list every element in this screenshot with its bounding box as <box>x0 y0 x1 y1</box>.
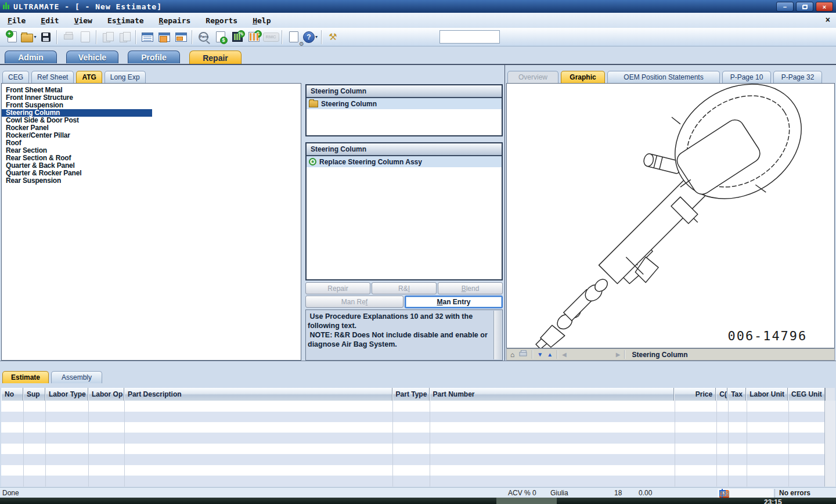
calculator-button[interactable]: % <box>229 30 246 45</box>
tab-graphic[interactable]: Graphic <box>561 71 605 83</box>
open-estimate-button[interactable]: ▾ <box>20 30 37 45</box>
toolbar-separator <box>96 30 97 44</box>
tab-p-page-10[interactable]: P-Page 10 <box>722 71 771 83</box>
save-button[interactable] <box>37 30 54 45</box>
ultramate-window: ULTRAMATE - [ - New Estimate] − × File E… <box>0 0 836 504</box>
menu-edit[interactable]: Edit <box>33 16 66 25</box>
estimate-tab-bar: Estimate Assembly <box>2 371 102 383</box>
estimate-table-scrollbar[interactable] <box>824 401 835 487</box>
tab-ref-sheet[interactable]: Ref Sheet <box>31 71 74 83</box>
tab-assembly[interactable]: Assembly <box>51 371 102 383</box>
tab-admin[interactable]: Admin <box>5 51 57 63</box>
estimate-table-body[interactable] <box>1 401 824 487</box>
new-estimate-button[interactable]: + <box>3 30 20 45</box>
parts-label: Parts <box>200 35 208 38</box>
repair-tools-button[interactable]: ⚙ <box>285 30 302 45</box>
toolbar-separator <box>56 30 57 44</box>
status-acv: ACV % 0 <box>508 489 536 497</box>
menu-file[interactable]: File <box>0 16 33 25</box>
print-preview-button <box>77 30 93 45</box>
tools-page-icon <box>289 31 298 42</box>
list-item[interactable]: Rocker/Center Pillar <box>2 132 301 139</box>
page-right-icon: ▶ <box>616 352 621 358</box>
menu-estimate[interactable]: Estimate <box>100 16 152 25</box>
bottom-panel-view-icon <box>175 33 187 42</box>
tab-ceg[interactable]: CEG <box>2 71 29 83</box>
new-document-icon: + <box>8 31 17 42</box>
menu-help[interactable]: Help <box>245 16 278 25</box>
repair-button: Repair <box>305 282 370 294</box>
replace-icon <box>309 158 316 165</box>
split-view-button[interactable] <box>156 30 172 45</box>
action-button-row-1: Repair R&I Blend <box>305 282 503 294</box>
man-entry-button[interactable]: Man Entry <box>405 296 503 308</box>
menu-repairs[interactable]: Repairs <box>152 16 199 25</box>
minimize-button[interactable]: − <box>776 2 794 12</box>
tab-vehicle[interactable]: Vehicle <box>66 51 118 63</box>
menu-reports[interactable]: Reports <box>198 16 245 25</box>
column-header-sup[interactable]: Sup <box>23 388 45 401</box>
printer-icon <box>64 34 73 41</box>
tab-estimate[interactable]: Estimate <box>2 371 49 383</box>
graphic-canvas[interactable]: 006-14796 <box>506 83 835 348</box>
steering-column-diagram[interactable]: 006-14796 <box>507 84 834 348</box>
column-header-part-description[interactable]: Part Description <box>124 388 392 401</box>
parts-search-button[interactable]: Parts <box>195 30 212 45</box>
group-item[interactable]: Steering Column <box>307 98 502 109</box>
toolbar-separator <box>192 30 193 44</box>
tab-repair[interactable]: Repair <box>189 51 242 64</box>
column-header-part-type[interactable]: Part Type <box>392 388 430 401</box>
list-item[interactable]: Rear Suspension <box>2 177 301 185</box>
procedure-note: Use Procedure Explanations 10 and 32 wit… <box>305 309 503 361</box>
toolbar-quick-input[interactable] <box>439 30 500 44</box>
column-header-labor-type[interactable]: Labor Type <box>45 388 88 401</box>
note-scrollbar[interactable] <box>493 311 502 359</box>
column-header-labor-op[interactable]: Labor Op <box>88 388 124 401</box>
preview-page-icon <box>81 31 90 42</box>
tab-oem-position-statements[interactable]: OEM Position Statements <box>607 71 720 83</box>
lines-view-button[interactable] <box>139 30 156 45</box>
tab-atg[interactable]: ATG <box>76 71 102 83</box>
tab-long-exp[interactable]: Long Exp <box>105 71 146 83</box>
configure-button[interactable]: ⚒ <box>325 30 341 45</box>
toolbar: + ▾ Parts $ % $ RMC ⚙ ?▾ ⚒ <box>0 28 836 46</box>
page-left-icon: ◀ <box>562 352 567 358</box>
column-header-ceg-unit[interactable]: CEG Unit <box>788 388 825 401</box>
tab-p-page-32[interactable]: P-Page 32 <box>773 71 822 83</box>
restore-button[interactable] <box>796 2 813 12</box>
print-graphic-icon[interactable] <box>518 350 528 359</box>
next-graphic-icon[interactable]: ▼ <box>537 352 543 358</box>
toolbar-separator <box>321 30 322 44</box>
column-header-no[interactable]: No <box>1 388 23 401</box>
menu-view[interactable]: View <box>67 16 100 25</box>
column-header-labor-unit[interactable]: Labor Unit <box>746 388 788 401</box>
bottom-panel-view-button[interactable] <box>172 30 189 45</box>
column-header-part-number[interactable]: Part Number <box>430 388 675 401</box>
column-header-c[interactable]: C( <box>716 388 727 401</box>
close-button[interactable]: × <box>816 2 833 12</box>
r-and-i-button: R&I <box>372 282 437 294</box>
rates-table-button[interactable]: $ <box>246 30 262 45</box>
vertical-divider <box>505 65 505 361</box>
status-bar: Done ACV % 0 Giulia 18 0.00 S ’, ⌨ No er… <box>0 487 836 498</box>
home-icon[interactable]: ⌂ <box>510 351 514 358</box>
window-title: ULTRAMATE - [ - New Estimate] <box>13 2 162 11</box>
help-button[interactable]: ?▾ <box>302 30 319 45</box>
tab-profile[interactable]: Profile <box>128 51 180 63</box>
note-line-1: Use Procedure Explanations 10 and 32 wit… <box>308 312 493 330</box>
operation-item[interactable]: Replace Steering Column Assy <box>307 156 502 167</box>
help-icon: ? <box>303 31 315 43</box>
repair-sub-tab-bar: CEG Ref Sheet ATG Long Exp <box>2 71 146 83</box>
column-header-price[interactable]: Price <box>674 388 716 401</box>
previous-graphic-icon[interactable]: ▲ <box>547 352 553 358</box>
document-close-icon[interactable]: × <box>826 15 830 24</box>
totals-button[interactable]: $ <box>212 30 229 45</box>
status-line-count: 18 <box>614 489 622 497</box>
column-header-tax[interactable]: Tax <box>727 388 746 401</box>
group-panel-header: Steering Column <box>307 85 502 98</box>
calculator-icon: % <box>232 32 243 42</box>
tab-divider <box>0 64 836 65</box>
ime-keyboard-icon[interactable]: ⌨ <box>719 490 729 498</box>
man-ref-button: Man Ref <box>305 296 403 308</box>
export-pages-icon <box>120 32 130 42</box>
